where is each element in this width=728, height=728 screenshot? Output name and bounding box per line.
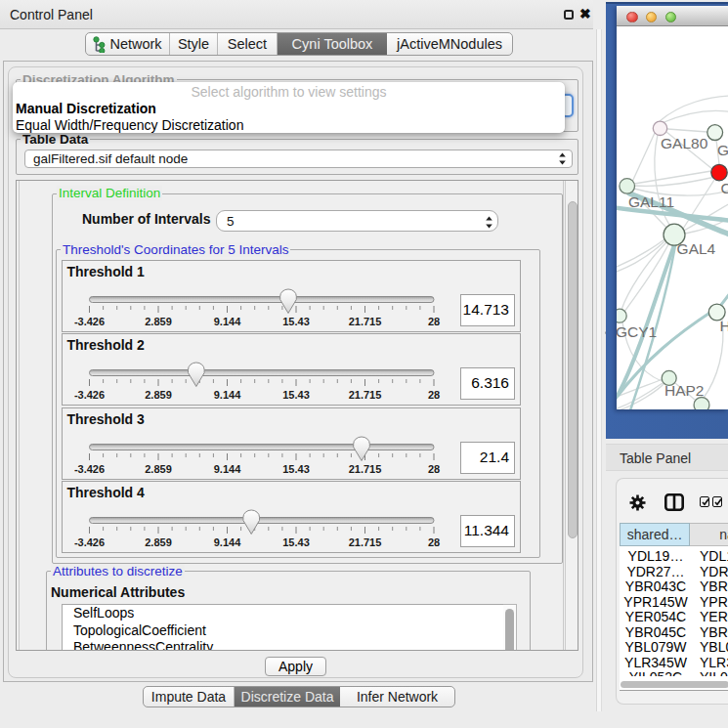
svg-text:C: C [721, 180, 728, 196]
svg-text:21.715: 21.715 [348, 536, 381, 548]
svg-text:21.715: 21.715 [348, 463, 381, 475]
svg-text:GAL11: GAL11 [628, 193, 674, 210]
svg-text:9.144: 9.144 [213, 316, 240, 327]
svg-text:15.43: 15.43 [282, 536, 310, 548]
svg-text:28: 28 [427, 389, 439, 401]
svg-text:28: 28 [427, 316, 439, 327]
svg-text:G: G [717, 142, 728, 158]
svg-text:-3.426: -3.426 [73, 389, 104, 401]
svg-text:9.144: 9.144 [213, 389, 240, 401]
svg-text:9.144: 9.144 [213, 536, 240, 548]
svg-text:15.43: 15.43 [282, 316, 310, 327]
svg-text:15.43: 15.43 [282, 463, 310, 475]
svg-text:9.144: 9.144 [213, 463, 240, 475]
svg-text:28: 28 [427, 463, 439, 475]
svg-text:2.859: 2.859 [145, 389, 172, 401]
svg-text:2.859: 2.859 [145, 316, 172, 327]
svg-text:2.859: 2.859 [145, 536, 172, 548]
svg-text:21.715: 21.715 [348, 389, 381, 401]
svg-text:15.43: 15.43 [282, 389, 310, 401]
svg-text:GCY1: GCY1 [617, 323, 657, 340]
svg-text:21.715: 21.715 [348, 316, 381, 327]
svg-text:-3.426: -3.426 [73, 316, 104, 327]
svg-text:GAL80: GAL80 [661, 135, 708, 151]
svg-text:-3.426: -3.426 [73, 536, 104, 548]
svg-text:GAL4: GAL4 [677, 240, 716, 257]
svg-text:2.859: 2.859 [145, 463, 172, 475]
svg-text:28: 28 [427, 536, 439, 548]
svg-text:HAP2: HAP2 [664, 382, 705, 399]
svg-text:H: H [720, 318, 728, 334]
svg-text:-3.426: -3.426 [73, 463, 104, 475]
